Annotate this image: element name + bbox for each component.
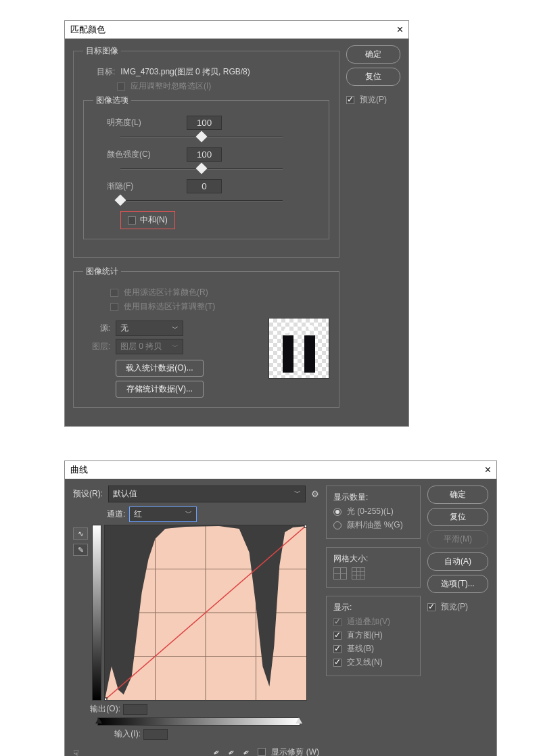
svg-rect-7 bbox=[105, 698, 107, 700]
eyedropper-white-icon[interactable]: ✒ bbox=[241, 745, 254, 756]
use-src-label: 使用源选区计算颜色(R) bbox=[124, 287, 208, 298]
color-intensity-label: 颜色强度(C) bbox=[107, 149, 181, 160]
target-legend: 目标图像 bbox=[83, 45, 121, 57]
preset-select[interactable]: 默认值﹀ bbox=[108, 486, 306, 502]
channel-select[interactable]: 红﹀ bbox=[129, 506, 197, 522]
light-label: 光 (0-255)(L) bbox=[347, 506, 394, 517]
chevron-down-icon: ﹀ bbox=[294, 488, 301, 500]
grid-size-group: 网格大小: bbox=[326, 547, 421, 588]
histogram-label: 直方图(H) bbox=[347, 630, 383, 641]
grid-small-button[interactable] bbox=[333, 567, 347, 580]
color-intensity-input[interactable] bbox=[187, 147, 222, 162]
intersection-checkbox[interactable] bbox=[333, 659, 342, 667]
show-clipping-label: 显示修剪 (W) bbox=[271, 747, 319, 757]
fade-label: 渐隐(F) bbox=[107, 181, 181, 192]
target-label: 目标: bbox=[97, 66, 115, 78]
baseline-label: 基线(B) bbox=[347, 643, 374, 655]
highlight-box: 中和(N) bbox=[120, 211, 175, 229]
neutralize-checkbox[interactable] bbox=[128, 216, 136, 225]
ok-button[interactable]: 确定 bbox=[427, 486, 488, 504]
channel-label: 通道: bbox=[107, 509, 125, 520]
baseline-checkbox[interactable] bbox=[333, 645, 342, 653]
show-legend: 显示: bbox=[333, 602, 413, 613]
title-bar: 匹配颜色 × bbox=[65, 21, 408, 39]
preview-checkbox[interactable] bbox=[427, 603, 436, 611]
reset-button[interactable]: 复位 bbox=[346, 68, 400, 86]
layer-label: 图层: bbox=[83, 341, 110, 352]
grid-big-button[interactable] bbox=[352, 567, 365, 580]
reset-button[interactable]: 复位 bbox=[427, 508, 488, 526]
save-stats-button[interactable]: 存储统计数据(V)... bbox=[116, 381, 204, 398]
dialog-title: 匹配颜色 bbox=[70, 24, 105, 36]
svg-rect-8 bbox=[304, 525, 306, 527]
dialog-title: 曲线 bbox=[70, 464, 88, 476]
stats-group: 图像统计 使用源选区计算颜色(R) 使用目标选区计算调整(T) 源:无﹀ 图层:… bbox=[73, 266, 339, 408]
close-icon[interactable]: × bbox=[485, 464, 491, 476]
use-src-checkbox bbox=[110, 289, 118, 297]
intersection-label: 交叉线(N) bbox=[347, 657, 383, 668]
channel-overlay-checkbox bbox=[333, 618, 342, 626]
eyedropper-black-icon[interactable]: ✒ bbox=[212, 745, 225, 756]
show-clipping-checkbox[interactable] bbox=[258, 748, 266, 756]
image-options-legend: 图像选项 bbox=[93, 95, 131, 106]
image-options-group: 图像选项 明亮度(L) 颜色强度(C) 渐隐(F) 中和(N) bbox=[83, 95, 329, 239]
use-tgt-checkbox bbox=[110, 303, 118, 311]
preset-label: 预设(R): bbox=[73, 488, 103, 500]
color-intensity-slider[interactable] bbox=[120, 164, 283, 174]
load-stats-button[interactable]: 载入统计数据(O)... bbox=[116, 360, 204, 377]
chevron-down-icon: ﹀ bbox=[172, 342, 179, 352]
ignore-selection-checkbox bbox=[117, 82, 125, 91]
pigment-radio[interactable] bbox=[333, 521, 342, 529]
fade-slider[interactable] bbox=[120, 196, 283, 206]
use-tgt-label: 使用目标选区计算调整(T) bbox=[124, 301, 215, 312]
horizontal-gradient bbox=[97, 717, 300, 726]
input-label: 输入(I): bbox=[93, 728, 141, 740]
eyedropper-gray-icon[interactable]: ✒ bbox=[227, 745, 239, 756]
chevron-down-icon: ﹀ bbox=[185, 509, 192, 520]
histogram-checkbox[interactable] bbox=[333, 632, 342, 640]
hand-icon[interactable]: ☟ bbox=[73, 748, 79, 756]
input-input[interactable] bbox=[143, 729, 168, 740]
target-value: IMG_4703.png(图层 0 拷贝, RGB/8) bbox=[120, 66, 250, 78]
channel-overlay-label: 通道叠加(V) bbox=[347, 616, 390, 628]
ok-button[interactable]: 确定 bbox=[346, 45, 400, 64]
output-label: 输出(O): bbox=[73, 703, 120, 715]
preview-label: 预览(P) bbox=[441, 601, 468, 613]
grid-size-legend: 网格大小: bbox=[333, 553, 413, 565]
chevron-down-icon: ﹀ bbox=[172, 324, 179, 333]
fade-input[interactable] bbox=[187, 179, 222, 193]
target-group: 目标图像 目标: IMG_4703.png(图层 0 拷贝, RGB/8) 应用… bbox=[73, 45, 339, 258]
gear-icon[interactable]: ⚙ bbox=[311, 489, 319, 499]
vertical-gradient bbox=[92, 525, 101, 701]
preview-label: 预览(P) bbox=[360, 94, 387, 105]
preview-thumbnail bbox=[268, 318, 329, 379]
display-amount-legend: 显示数量: bbox=[333, 492, 413, 503]
auto-button[interactable]: 自动(A) bbox=[427, 552, 488, 571]
output-input[interactable] bbox=[123, 704, 147, 715]
layer-select: 图层 0 拷贝﹀ bbox=[116, 339, 183, 354]
curve-tool-button[interactable]: ∿ bbox=[73, 527, 88, 540]
luminance-slider[interactable] bbox=[120, 133, 283, 142]
title-bar: 曲线 × bbox=[65, 461, 496, 479]
ignore-selection-label: 应用调整时忽略选区(I) bbox=[131, 80, 211, 92]
close-icon[interactable]: × bbox=[397, 24, 403, 36]
options-button[interactable]: 选项(T)... bbox=[427, 575, 488, 593]
light-radio[interactable] bbox=[333, 508, 342, 516]
source-select[interactable]: 无﹀ bbox=[116, 321, 183, 336]
luminance-input[interactable] bbox=[187, 116, 222, 130]
pigment-label: 颜料/油墨 %(G) bbox=[347, 519, 403, 531]
match-color-dialog: 匹配颜色 × 目标图像 目标: IMG_4703.png(图层 0 拷贝, RG… bbox=[64, 20, 409, 427]
luminance-label: 明亮度(L) bbox=[107, 117, 181, 128]
curve-plot[interactable] bbox=[104, 525, 307, 701]
curves-dialog: 曲线 × 预设(R): 默认值﹀ ⚙ 通道: 红﹀ ∿ ✎ bbox=[64, 460, 497, 756]
show-group: 显示: 通道叠加(V) 直方图(H) 基线(B) 交叉线(N) bbox=[326, 596, 421, 676]
stats-legend: 图像统计 bbox=[83, 266, 121, 277]
preview-checkbox[interactable] bbox=[346, 96, 354, 104]
smooth-button: 平滑(M) bbox=[427, 530, 488, 548]
neutralize-label: 中和(N) bbox=[140, 214, 168, 226]
pencil-tool-button[interactable]: ✎ bbox=[73, 544, 88, 556]
source-label: 源: bbox=[83, 323, 110, 334]
display-amount-group: 显示数量: 光 (0-255)(L) 颜料/油墨 %(G) bbox=[326, 486, 421, 539]
